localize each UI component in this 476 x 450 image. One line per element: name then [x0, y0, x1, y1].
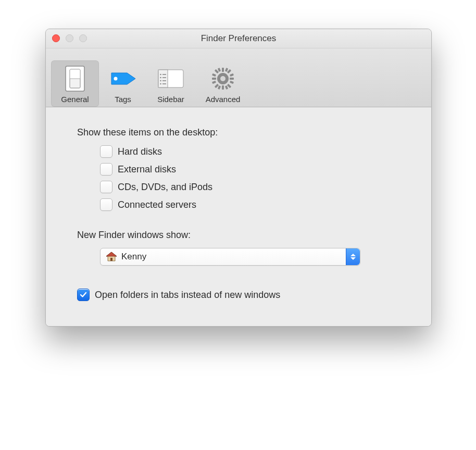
checkbox-cds-dvds-ipods[interactable] — [100, 181, 112, 193]
tab-sidebar[interactable]: Sidebar — [147, 60, 195, 107]
tab-general[interactable]: General — [51, 60, 99, 107]
checkbox-connected-servers[interactable] — [100, 198, 112, 211]
svg-rect-28 — [225, 85, 228, 90]
tab-tags[interactable]: Tags — [99, 60, 147, 107]
sidebar-icon — [147, 64, 195, 94]
check-row-open-in-tabs: Open folders in tabs instead of new wind… — [77, 289, 400, 301]
svg-rect-30 — [212, 81, 216, 84]
checkbox-label: Connected servers — [118, 199, 196, 210]
svg-rect-20 — [230, 78, 234, 80]
show-items-label: Show these items on the desktop: — [77, 127, 400, 138]
svg-point-33 — [220, 76, 226, 81]
switch-icon — [51, 64, 99, 94]
traffic-lights — [52, 34, 87, 42]
check-row-connected-servers: Connected servers — [100, 198, 400, 211]
check-row-hard-disks: Hard disks — [100, 145, 400, 158]
chevron-down-icon — [350, 257, 356, 260]
close-button[interactable] — [52, 34, 60, 42]
tab-label: Tags — [99, 95, 147, 104]
titlebar: Finder Preferences — [46, 29, 431, 48]
maximize-button[interactable] — [79, 34, 87, 42]
svg-point-12 — [160, 80, 161, 81]
svg-point-10 — [160, 77, 161, 78]
check-row-cds-dvds-ipods: CDs, DVDs, and iPods — [100, 181, 400, 193]
check-row-external-disks: External disks — [100, 163, 400, 176]
svg-point-8 — [160, 74, 161, 75]
checkbox-hard-disks[interactable] — [100, 145, 112, 158]
svg-rect-25 — [218, 68, 221, 72]
svg-rect-29 — [212, 73, 216, 77]
svg-marker-35 — [106, 252, 117, 256]
new-windows-label: New Finder windows show: — [77, 230, 400, 241]
svg-rect-2 — [70, 69, 80, 79]
checkbox-label: CDs, DVDs, and iPods — [118, 182, 212, 193]
svg-rect-7 — [158, 70, 168, 88]
svg-rect-31 — [230, 73, 234, 77]
window-title: Finder Preferences — [46, 29, 431, 48]
checkbox-external-disks[interactable] — [100, 163, 112, 176]
content-pane: Show these items on the desktop: Hard di… — [46, 107, 431, 326]
toolbar: General Tags — [46, 48, 431, 107]
svg-rect-36 — [110, 258, 112, 261]
svg-point-14 — [160, 83, 161, 84]
popup-stepper[interactable] — [346, 248, 360, 265]
checkbox-open-in-tabs[interactable] — [77, 289, 90, 301]
home-icon — [106, 252, 117, 262]
checkbox-label: Open folders in tabs instead of new wind… — [95, 290, 280, 301]
svg-rect-19 — [212, 78, 216, 80]
checkbox-label: Hard disks — [118, 146, 162, 157]
svg-rect-18 — [222, 85, 224, 90]
checkbox-label: External disks — [118, 164, 176, 175]
svg-rect-26 — [225, 68, 228, 72]
gear-icon — [195, 64, 251, 94]
tag-icon — [99, 64, 147, 94]
chevron-up-icon — [350, 254, 356, 256]
tab-label: Sidebar — [147, 95, 195, 104]
minimize-button[interactable] — [66, 34, 73, 42]
svg-rect-17 — [222, 68, 224, 72]
tab-advanced[interactable]: Advanced — [195, 60, 251, 107]
popup-value: Kenny — [121, 252, 146, 262]
svg-rect-32 — [230, 81, 234, 84]
svg-rect-27 — [218, 85, 221, 90]
tab-label: Advanced — [195, 95, 251, 104]
svg-point-5 — [114, 77, 118, 81]
tab-label: General — [51, 95, 99, 104]
new-windows-popup[interactable]: Kenny — [100, 248, 360, 266]
preferences-window: Finder Preferences General — [45, 29, 432, 327]
